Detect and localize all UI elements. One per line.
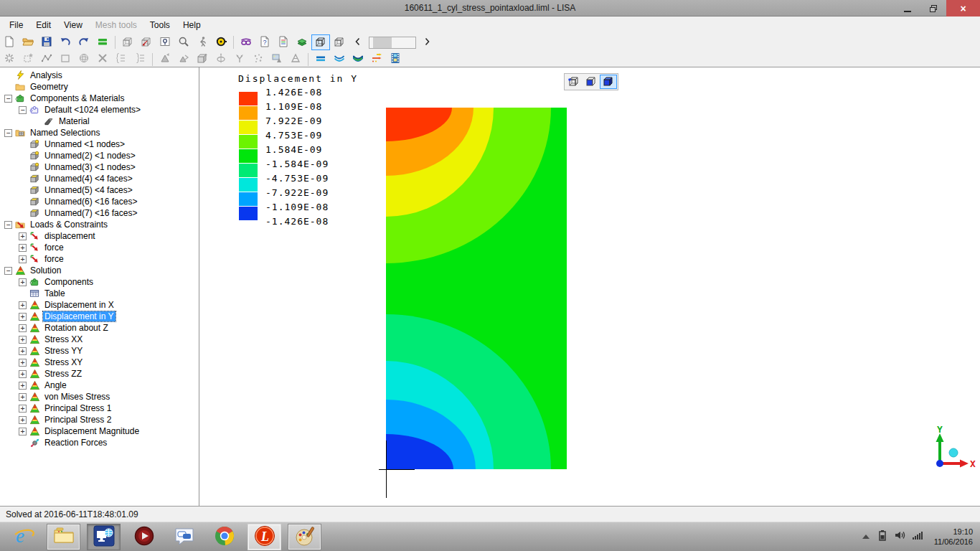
polyline-button[interactable] [37, 52, 56, 67]
taskbar-internet-explorer-button[interactable]: e [6, 524, 40, 550]
tree-item-unnamed-1-nodes[interactable]: Unnamed <1 nodes> [0, 138, 199, 150]
tree-item-displacement-in-x[interactable]: +Displacement in X [0, 299, 199, 311]
animate-button[interactable] [386, 52, 405, 67]
minimize-button[interactable] [895, 0, 920, 17]
volume-icon[interactable] [894, 529, 905, 543]
tree-item-displacement[interactable]: +displacement [0, 230, 199, 242]
tree-expander-collapsed[interactable]: + [19, 347, 27, 355]
tree-item-analysis-static-axisymmetric[interactable]: Analysis [0, 70, 199, 81]
tree-expander-expanded[interactable]: − [4, 95, 12, 103]
tree-expander-collapsed[interactable]: + [19, 336, 27, 344]
tree-item-unnamed-4-4-faces[interactable]: Unnamed(4) <4 faces> [0, 173, 199, 184]
rotate-view-button[interactable] [118, 34, 137, 50]
tree-item-reaction-forces[interactable]: Reaction Forces [0, 437, 199, 448]
tree-expander-expanded[interactable]: − [4, 129, 12, 137]
tree-item-principal-stress-1[interactable]: +Principal Stress 1 [0, 402, 199, 414]
taskbar-paint-button[interactable] [288, 524, 321, 550]
undo-button[interactable] [56, 34, 75, 50]
taskbar-clock[interactable]: 19:1011/06/2016 [930, 527, 976, 547]
tree-item-stress-yy[interactable]: +Stress YY [0, 345, 199, 357]
measure-button[interactable] [212, 34, 230, 50]
tree-item-unnamed-5-4-faces[interactable]: Unnamed(5) <4 faces> [0, 184, 199, 196]
tree-item-rotation-about-z[interactable]: +Rotation about Z [0, 322, 199, 334]
mirror-button[interactable] [230, 52, 249, 67]
save-file-button[interactable] [37, 34, 56, 50]
tree-item-components-materials[interactable]: −Components & Materials [0, 93, 199, 104]
model-tree-panel[interactable]: Analysis Geometry−Components & Materials… [0, 67, 199, 506]
tree-item-table[interactable]: Table [0, 288, 199, 299]
tree-item-principal-stress-2[interactable]: +Principal Stress 2 [0, 414, 199, 425]
tree-item-stress-zz[interactable]: +Stress ZZ [0, 368, 199, 380]
model-viewport[interactable]: Displacement in Y 1.426E-081.109E-087.92… [199, 67, 980, 506]
menu-tools[interactable]: Tools [143, 18, 176, 32]
tree-expander-collapsed[interactable]: + [19, 244, 27, 252]
arrow-scale-button[interactable] [367, 52, 386, 67]
refine-custom-button[interactable] [174, 52, 193, 67]
walk-through-button[interactable] [193, 34, 212, 50]
tree-expander-collapsed[interactable]: + [19, 301, 27, 309]
view-wireframe-button[interactable] [330, 34, 349, 50]
tree-expander-collapsed[interactable]: + [19, 393, 27, 401]
view-wireframe-nodes-button[interactable] [565, 75, 583, 89]
deformed-view-button[interactable] [330, 52, 349, 67]
glasses-3d-button[interactable] [237, 34, 255, 50]
tree-expander-collapsed[interactable]: + [19, 232, 27, 240]
tree-item-components[interactable]: +Components [0, 276, 199, 288]
tree-item-geometry[interactable]: Geometry [0, 81, 199, 93]
tree-item-loads-constraints[interactable]: −Loads & Constraints [0, 219, 199, 230]
tree-item-unnamed-6-16-faces[interactable]: Unnamed(6) <16 faces> [0, 196, 199, 207]
close-button[interactable]: × [946, 0, 980, 17]
tree-expander-expanded[interactable]: − [19, 106, 27, 114]
tree-expander-collapsed[interactable]: + [19, 324, 27, 332]
scatter-button[interactable] [249, 52, 268, 67]
view-shaded-button[interactable] [311, 34, 330, 50]
report-button[interactable]: ? [255, 34, 274, 50]
tree-item-stress-xx[interactable]: +Stress XX [0, 334, 199, 345]
tree-expander-collapsed[interactable]: + [19, 278, 27, 286]
taskbar-messaging-button[interactable] [167, 524, 201, 550]
contour-bands-button[interactable] [311, 52, 330, 67]
redo-button[interactable] [75, 34, 93, 50]
view-hidden-line-button[interactable] [583, 75, 600, 89]
restore-button[interactable] [920, 0, 946, 17]
time-step-forward-button[interactable] [418, 34, 436, 50]
add-element-button[interactable] [19, 52, 37, 67]
layers-button[interactable] [293, 34, 311, 50]
battery-icon[interactable] [876, 529, 887, 543]
renumber-elements-button[interactable] [131, 52, 149, 67]
time-step-back-button[interactable] [349, 34, 367, 50]
notes-button[interactable] [274, 34, 293, 50]
tree-item-named-selections[interactable]: −Named Selections [0, 127, 199, 138]
tree-item-material[interactable]: Material [0, 116, 199, 127]
time-step-slider-thumb[interactable] [373, 37, 392, 48]
tree-expander-collapsed[interactable]: + [19, 382, 27, 390]
tree-item-unnamed-3-1-nodes[interactable]: Unnamed(3) <1 nodes> [0, 161, 199, 173]
tree-item-displacement-in-y[interactable]: +Displacement in Y [0, 311, 199, 322]
taskbar-file-explorer-button[interactable] [47, 524, 80, 550]
tree-item-stress-xy[interactable]: +Stress XY [0, 357, 199, 368]
zoom-button[interactable] [174, 34, 193, 50]
contour-plot[interactable] [386, 108, 567, 469]
tree-item-default-1024-elements[interactable]: −Default <1024 elements> [0, 104, 199, 116]
view-solid-button[interactable] [600, 75, 617, 89]
view-options-button[interactable] [93, 34, 112, 50]
tree-item-force[interactable]: +force [0, 242, 199, 253]
menu-help[interactable]: Help [176, 18, 207, 32]
tree-expander-expanded[interactable]: − [4, 221, 12, 229]
rectangle-button[interactable] [56, 52, 75, 67]
surface-mesh-button[interactable] [286, 52, 305, 67]
taskbar-lisa-button[interactable]: L [248, 524, 281, 550]
tree-item-solution[interactable]: −Solution [0, 265, 199, 276]
menu-file[interactable]: File [3, 18, 29, 32]
tree-expander-collapsed[interactable]: + [19, 359, 27, 367]
add-node-button[interactable] [0, 52, 19, 67]
network-icon[interactable] [912, 529, 923, 543]
fit-view-button[interactable] [137, 34, 156, 50]
taskbar-remote-app-button[interactable] [87, 524, 121, 550]
renumber-nodes-button[interactable] [112, 52, 131, 67]
tree-expander-collapsed[interactable]: + [19, 370, 27, 378]
new-file-button[interactable] [0, 34, 19, 50]
sphere-button[interactable] [75, 52, 93, 67]
tree-expander-expanded[interactable]: − [4, 267, 12, 275]
image-mesh-button[interactable] [268, 52, 286, 67]
